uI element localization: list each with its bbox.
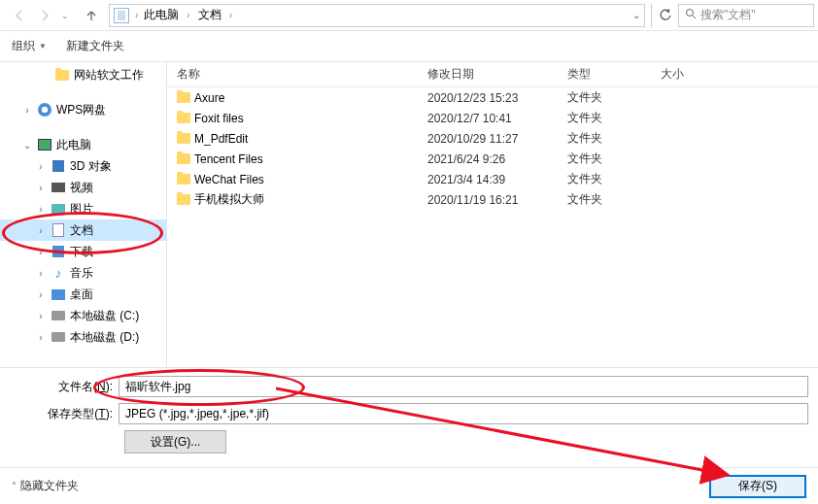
pic-icon (51, 201, 66, 217)
file-type: 文件夹 (567, 151, 661, 167)
expand-icon[interactable]: › (35, 225, 47, 236)
folder-icon (177, 194, 194, 205)
file-list: 名称 修改日期 类型 大小 Axure2020/12/23 15:23文件夹Fo… (167, 62, 818, 367)
svg-line-1 (693, 16, 696, 18)
file-row[interactable]: M_PdfEdit2020/10/29 11:27文件夹 (167, 128, 818, 149)
folder-icon (177, 174, 194, 185)
tree-label: 本地磁盘 (C:) (70, 308, 139, 324)
sidebar-item-文档[interactable]: ›文档 (0, 219, 166, 241)
music-icon: ♪ (51, 265, 66, 281)
crumb-pc[interactable]: 此电脑 (140, 5, 183, 25)
file-type: 文件夹 (567, 130, 661, 147)
col-date[interactable]: 修改日期 (427, 66, 567, 83)
disk-icon (51, 308, 66, 323)
chevron-right-icon: › (185, 10, 191, 20)
sidebar-item-音乐[interactable]: ›♪音乐 (0, 262, 166, 284)
doc-icon (51, 222, 66, 238)
navigation-bar: ⌄ › 此电脑 › 文档 › ⌄ 搜索"文档" (0, 0, 818, 31)
expand-icon[interactable]: › (35, 183, 47, 193)
new-folder-label: 新建文件夹 (66, 38, 124, 54)
crumb-docs[interactable]: 文档 (194, 5, 225, 25)
settings-row: 设置(G)... (10, 430, 808, 454)
col-type[interactable]: 类型 (567, 66, 661, 83)
column-headers: 名称 修改日期 类型 大小 (167, 62, 818, 87)
file-row[interactable]: WeChat Files2021/3/4 14:39文件夹 (167, 169, 818, 189)
folder-icon (177, 113, 194, 123)
file-date: 2021/3/4 14:39 (427, 173, 567, 186)
save-form: 文件名(N): 保存类型(T): 设置(G)... (0, 367, 818, 459)
tree-label: 文档 (70, 222, 93, 239)
file-row[interactable]: 手机模拟大师2020/11/19 16:21文件夹 (167, 189, 818, 210)
address-right: ⌄ (632, 10, 640, 20)
sidebar-tree: 网站软文工作›WPS网盘⌄此电脑›3D 对象›视频›图片›文档›下载›♪音乐›桌… (0, 62, 167, 367)
organize-label: 组织 (12, 38, 35, 54)
search-placeholder: 搜索"文档" (700, 7, 756, 23)
file-row[interactable]: Foxit files2020/12/7 10:41文件夹 (167, 108, 818, 128)
toolbar: 组织 ▼ 新建文件夹 (0, 31, 818, 62)
chevron-right-icon: › (133, 10, 140, 20)
expand-icon[interactable]: › (35, 311, 47, 321)
disk-icon (51, 329, 66, 345)
file-type: 文件夹 (567, 171, 661, 187)
sidebar-item-此电脑[interactable]: ⌄此电脑 (0, 134, 166, 155)
filetype-row: 保存类型(T): (10, 403, 808, 424)
sidebar-item-图片[interactable]: ›图片 (0, 198, 166, 219)
save-label: 保存(S) (738, 479, 777, 492)
filename-input[interactable] (119, 376, 808, 397)
file-name: Tencent Files (194, 152, 427, 166)
expand-icon[interactable]: › (35, 289, 47, 300)
forward-button[interactable] (33, 4, 56, 27)
file-date: 2020/10/29 11:27 (427, 132, 567, 146)
download-icon (51, 244, 66, 259)
search-input[interactable]: 搜索"文档" (678, 4, 814, 27)
back-button[interactable] (8, 4, 31, 27)
footer: ˄ 隐藏文件夹 保存(S) (0, 467, 818, 504)
sidebar-item-桌面[interactable]: ›桌面 (0, 284, 166, 305)
new-folder-button[interactable]: 新建文件夹 (66, 38, 124, 54)
file-row[interactable]: Axure2020/12/23 15:23文件夹 (167, 87, 818, 108)
nav-arrows: ⌄ (4, 4, 76, 27)
tree-label: 此电脑 (56, 137, 91, 153)
tree-label: 桌面 (70, 286, 93, 303)
dropdown-icon: ▼ (39, 42, 47, 50)
desktop-icon (51, 286, 66, 302)
sidebar-item-下载[interactable]: ›下载 (0, 241, 166, 262)
expand-icon[interactable]: › (35, 332, 47, 343)
expand-icon[interactable]: › (35, 247, 47, 257)
expand-icon[interactable]: › (35, 204, 47, 215)
file-row[interactable]: Tencent Files2021/6/24 9:26文件夹 (167, 149, 818, 169)
hide-folders-label: 隐藏文件夹 (20, 478, 79, 494)
file-date: 2020/11/19 16:21 (427, 193, 567, 207)
file-name: WeChat Files (194, 173, 427, 186)
address-bar[interactable]: › 此电脑 › 文档 › ⌄ (109, 4, 645, 27)
filetype-select[interactable] (119, 403, 808, 424)
file-date: 2020/12/23 15:23 (427, 91, 567, 105)
history-dropdown-icon[interactable]: ⌄ (58, 4, 72, 27)
address-dropdown-icon[interactable]: ⌄ (632, 10, 640, 20)
col-size[interactable]: 大小 (661, 66, 719, 83)
sidebar-item-网站软文工作[interactable]: 网站软文工作 (0, 64, 166, 85)
settings-button[interactable]: 设置(G)... (124, 430, 226, 454)
sidebar-item-本地磁盘 (C:)[interactable]: ›本地磁盘 (C:) (0, 305, 166, 326)
hide-folders-link[interactable]: ˄ 隐藏文件夹 (12, 478, 79, 494)
expand-icon[interactable]: › (35, 161, 47, 172)
expand-icon[interactable]: › (35, 268, 47, 279)
tree-label: 下载 (70, 244, 93, 260)
up-button[interactable] (80, 4, 103, 27)
file-name: M_PdfEdit (194, 132, 427, 146)
folder-icon (177, 133, 194, 144)
expand-icon[interactable]: ⌄ (21, 140, 33, 151)
filetype-label: 保存类型(T): (10, 406, 119, 422)
expand-icon[interactable]: › (21, 105, 33, 116)
svg-point-0 (687, 10, 694, 17)
sidebar-item-视频[interactable]: ›视频 (0, 177, 166, 198)
sidebar-item-WPS网盘[interactable]: ›WPS网盘 (0, 99, 166, 120)
sidebar-item-3D 对象[interactable]: ›3D 对象 (0, 155, 166, 177)
caret-up-icon: ˄ (12, 481, 17, 491)
save-button[interactable]: 保存(S) (709, 475, 806, 498)
organize-menu[interactable]: 组织 ▼ (12, 38, 47, 54)
col-name[interactable]: 名称 (177, 66, 427, 83)
refresh-button[interactable] (651, 4, 678, 27)
sidebar-item-本地磁盘 (D:)[interactable]: ›本地磁盘 (D:) (0, 326, 166, 348)
folder-icon (177, 153, 194, 164)
